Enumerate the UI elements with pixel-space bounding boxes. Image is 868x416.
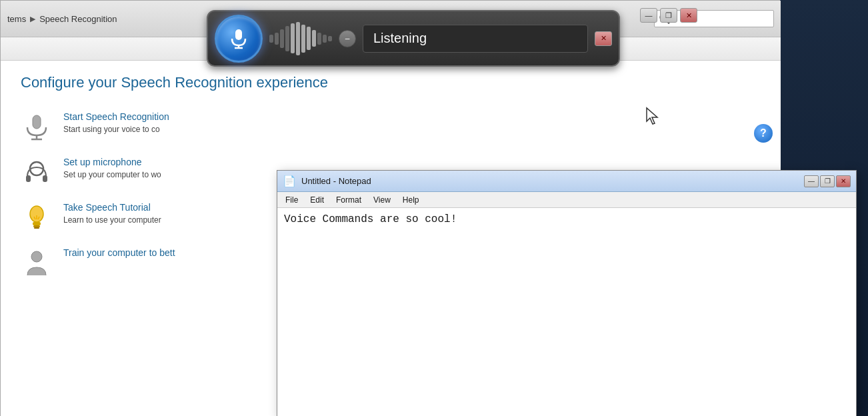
start-sr-icon [21,111,53,143]
volume-bar [312,30,316,47]
np-close[interactable]: ✕ [836,175,851,187]
np-restore[interactable]: ❐ [820,175,835,187]
svg-rect-0 [33,115,41,129]
tutorial-link[interactable]: Take Speech Tutorial [63,202,161,213]
np-menu-help[interactable]: Help [397,194,425,206]
person-icon [22,249,51,278]
np-menu-edit[interactable]: Edit [305,194,329,206]
microphone-icon [22,113,51,142]
sr-toolbar-inner: – Listening ✕ [215,15,612,63]
volume-bar [291,23,295,53]
svg-rect-8 [33,225,40,227]
volume-bar [269,35,273,43]
notepad-menubar: File Edit Format View Help [277,192,856,208]
start-sr-link[interactable]: Start Speech Recognition [63,111,169,122]
notepad-title: Untitled - Notepad [301,176,799,186]
volume-bar [328,36,332,41]
np-minimize[interactable]: — [804,175,819,187]
mic-button[interactable] [215,15,263,63]
notepad-content[interactable]: Voice Commands are so cool! [277,208,856,415]
page-title: Configure your Speech Recognition experi… [21,74,761,91]
breadcrumb-current: Speech Recognition [39,14,117,24]
tutorial-desc: Learn to use your computer [63,215,161,225]
sr-minimize-button[interactable]: – [339,30,356,47]
train-icon [21,247,53,279]
help-icon[interactable]: ? [754,124,773,143]
svg-rect-7 [33,222,41,225]
volume-bars [269,19,332,59]
svg-rect-14 [235,29,242,40]
setup-mic-text: Set up microphone Set up your computer t… [63,157,161,179]
setup-mic-icon [21,157,53,189]
sr-close-button[interactable]: ✕ [595,31,612,46]
start-sr-text: Start Speech Recognition Start using you… [63,111,169,134]
volume-bar [307,27,311,50]
breadcrumb-arrow: ▶ [30,15,35,23]
np-menu-format[interactable]: Format [331,194,367,206]
volume-bar [280,29,284,48]
volume-bar [275,33,279,45]
mic-svg-icon [228,28,249,49]
notepad-file-icon: 📄 [283,175,296,187]
listening-text: Listening [373,31,427,46]
lightbulb-icon [22,203,51,233]
list-item: Start Speech Recognition Start using you… [21,111,761,143]
volume-bar [323,35,327,43]
restore-button[interactable]: ❐ [660,8,677,23]
volume-bar [301,25,305,53]
headset-icon [22,158,51,187]
train-text: Train your computer to bett [63,247,175,261]
volume-bar [317,33,321,45]
notepad-controls: — ❐ ✕ [804,175,851,187]
start-sr-desc: Start using your voice to co [63,125,169,134]
setup-mic-link[interactable]: Set up microphone [63,157,161,167]
sr-window-controls: ✕ [595,31,612,46]
svg-point-6 [30,206,43,222]
close-button[interactable]: ✕ [680,8,697,23]
volume-bar [296,22,300,55]
notepad-titlebar: 📄 Untitled - Notepad — ❐ ✕ [277,171,856,192]
breadcrumb-prefix: tems [7,14,26,24]
volume-bar [285,26,289,51]
svg-rect-9 [34,227,39,229]
sr-toolbar: – Listening ✕ [207,10,620,67]
np-menu-file[interactable]: File [280,194,303,206]
svg-point-13 [31,251,42,262]
train-link[interactable]: Train your computer to bett [63,247,175,258]
setup-mic-desc: Set up your computer to wo [63,170,161,179]
tutorial-icon [21,202,53,234]
np-menu-view[interactable]: View [368,194,396,206]
notepad-window: 📄 Untitled - Notepad — ❐ ✕ File Edit For… [277,170,857,416]
main-window-controls: — ❐ ✕ [640,8,697,23]
minimize-button[interactable]: — [640,8,657,23]
listening-display: Listening [363,25,588,53]
tutorial-text: Take Speech Tutorial Learn to use your c… [63,202,161,225]
